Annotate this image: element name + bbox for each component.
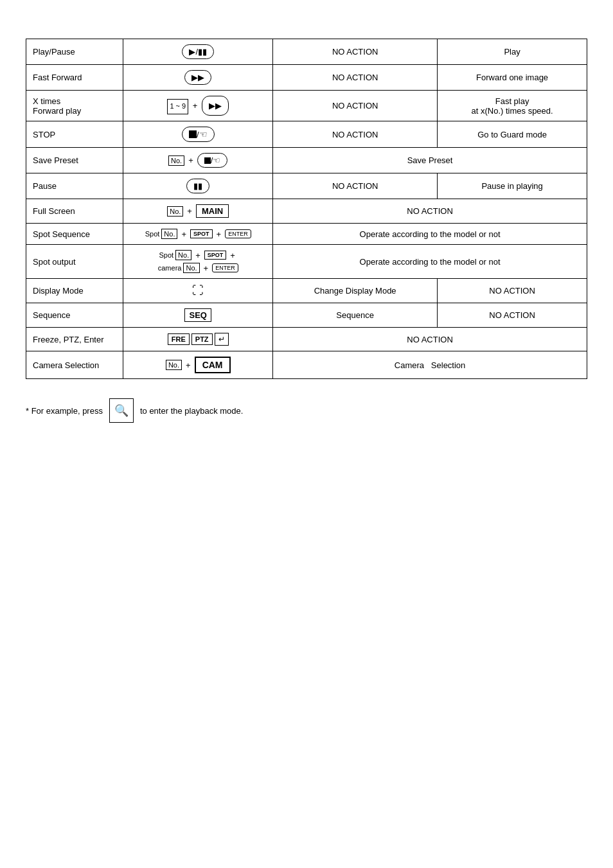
- key-combination: No. + CAM: [123, 351, 273, 379]
- cam-key: CAM: [195, 357, 231, 373]
- single-click-action: NO ACTION: [273, 121, 438, 148]
- fast-forward-key: ▶▶: [184, 70, 211, 85]
- colspan-action: Operate according to the model or not: [273, 245, 587, 279]
- table-row: Camera Selection No. + CAM Camera Select…: [26, 351, 587, 379]
- key-combination: ▮▮: [123, 173, 273, 199]
- function-name: Play/Pause: [26, 39, 123, 65]
- key-combination: ▶▶: [123, 65, 273, 91]
- stop-key: / ☜: [182, 127, 215, 142]
- table-row: Full Screen No. + MAIN NO ACTION: [26, 199, 587, 224]
- function-name: Fast Forward: [26, 65, 123, 91]
- table-row: Display Mode ⛶ Change Display Mode NO AC…: [26, 279, 587, 303]
- search-icon: 🔍: [109, 398, 134, 423]
- table-row: Spot output Spot No. + SPOT + camera No.…: [26, 245, 587, 279]
- function-name: Sequence: [26, 303, 123, 328]
- single-click-action: NO ACTION: [273, 39, 438, 65]
- function-name: Spot output: [26, 245, 123, 279]
- ff-key: ▶▶: [202, 96, 229, 116]
- key-combination: No. + MAIN: [123, 199, 273, 224]
- key-combination: / ☜: [123, 121, 273, 148]
- footer-note: * For example, press 🔍 to enter the play…: [26, 398, 587, 423]
- table-row: Spot Sequence Spot No. + SPOT + ENTER Op…: [26, 224, 587, 245]
- key-combination: Spot No. + SPOT + camera No. + ENTER: [123, 245, 273, 279]
- spot-key: SPOT: [190, 229, 213, 238]
- double-click-action: NO ACTION: [438, 279, 587, 303]
- key-combination: No. + /☜: [123, 148, 273, 173]
- table-row: X timesForward play 1 ~ 9 + ▶▶ NO ACTION…: [26, 91, 587, 121]
- key-combination: 1 ~ 9 + ▶▶: [123, 91, 273, 121]
- camera-no-key: No.: [183, 263, 199, 273]
- seq-key: SEQ: [184, 308, 211, 322]
- enter-key: ENTER: [225, 229, 251, 238]
- key-combination: FRE PTZ ↵: [123, 328, 273, 351]
- spot-key2: SPOT: [204, 251, 227, 260]
- double-click-action: Go to Guard mode: [438, 121, 587, 148]
- function-name: Display Mode: [26, 279, 123, 303]
- table-row: Fast Forward ▶▶ NO ACTION Forward one im…: [26, 65, 587, 91]
- footer-suffix: to enter the playback mode.: [140, 406, 243, 416]
- table-row: Save Preset No. + /☜ Save Preset: [26, 148, 587, 173]
- table-row: Pause ▮▮ NO ACTION Pause in playing: [26, 173, 587, 199]
- single-click-action: NO ACTION: [273, 91, 438, 121]
- key-combination: ⛶: [123, 279, 273, 303]
- table-row: STOP / ☜ NO ACTION Go to Guard mode: [26, 121, 587, 148]
- ptz-key: PTZ: [191, 333, 213, 345]
- colspan-action: Operate according to the model or not: [273, 224, 587, 245]
- colspan-action: Save Preset: [273, 148, 587, 173]
- shortcut-table: Play/Pause ▶/▮▮ NO ACTION Play Fast Forw…: [26, 39, 587, 379]
- enter-key3: ↵: [215, 333, 229, 346]
- colspan-action: NO ACTION: [273, 199, 587, 224]
- stop-hand-key: /☜: [197, 153, 228, 168]
- table-row: Play/Pause ▶/▮▮ NO ACTION Play: [26, 39, 587, 65]
- function-name: Spot Sequence: [26, 224, 123, 245]
- table-row: Sequence SEQ Sequence NO ACTION: [26, 303, 587, 328]
- grid-icon: ⛶: [192, 284, 204, 297]
- double-click-action: Play: [438, 39, 587, 65]
- double-click-action: Pause in playing: [438, 173, 587, 199]
- single-click-action: Sequence: [273, 303, 438, 328]
- no-key: No.: [161, 229, 177, 239]
- function-name: Full Screen: [26, 199, 123, 224]
- spot-no-key: No.: [175, 250, 191, 260]
- function-name: Freeze, PTZ, Enter: [26, 328, 123, 351]
- key-combination: ▶/▮▮: [123, 39, 273, 65]
- key-combination: Spot No. + SPOT + ENTER: [123, 224, 273, 245]
- single-click-action: Change Display Mode: [273, 279, 438, 303]
- colspan-action: NO ACTION: [273, 328, 587, 351]
- no-key: No.: [167, 206, 183, 217]
- function-name: STOP: [26, 121, 123, 148]
- key-combination: SEQ: [123, 303, 273, 328]
- enter-key2: ENTER: [212, 263, 238, 272]
- no-key2: No.: [166, 360, 182, 370]
- double-click-action: Forward one image: [438, 65, 587, 91]
- main-key: MAIN: [196, 204, 229, 218]
- function-name: Pause: [26, 173, 123, 199]
- double-click-action: NO ACTION: [438, 303, 587, 328]
- play-pause-key: ▶/▮▮: [182, 44, 214, 59]
- single-click-action: NO ACTION: [273, 173, 438, 199]
- pause-key: ▮▮: [186, 179, 209, 193]
- no-key: No.: [168, 155, 184, 166]
- fre-key: FRE: [168, 333, 190, 345]
- function-name: Camera Selection: [26, 351, 123, 379]
- number-range-key: 1 ~ 9: [167, 99, 188, 114]
- table-row: Freeze, PTZ, Enter FRE PTZ ↵ NO ACTION: [26, 328, 587, 351]
- double-click-action: Fast playat x(No.) times speed.: [438, 91, 587, 121]
- footer-prefix: * For example, press: [26, 406, 103, 416]
- single-click-action: NO ACTION: [273, 65, 438, 91]
- colspan-action: Camera Selection: [273, 351, 587, 379]
- function-name: X timesForward play: [26, 91, 123, 121]
- function-name: Save Preset: [26, 148, 123, 173]
